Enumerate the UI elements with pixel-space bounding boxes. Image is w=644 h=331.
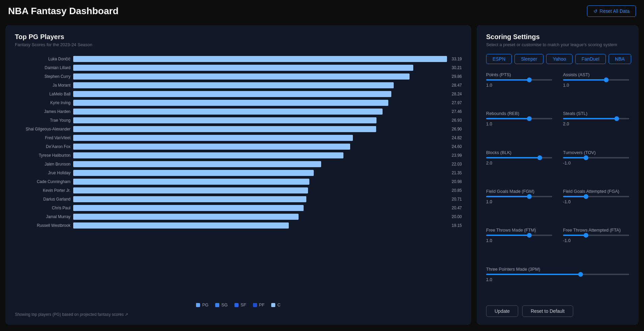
bar-value: 20.98 — [452, 179, 462, 184]
bar-value: 20.47 — [452, 206, 462, 210]
bar-fill — [73, 65, 413, 71]
bar-value: 27.46 — [452, 109, 462, 114]
preset-button-fanduel[interactable]: FanDuel — [575, 54, 606, 64]
setting-value-tov: -1.0 — [563, 160, 629, 166]
bar-container — [73, 144, 447, 150]
reset-icon: ↺ — [593, 8, 597, 14]
bar-container — [73, 152, 447, 158]
bar-value: 23.99 — [452, 153, 462, 158]
bar-value: 24.82 — [452, 136, 462, 140]
setting-item-fgm: Field Goals Made (FGM)1.0 — [486, 189, 552, 221]
bar-container — [73, 187, 447, 193]
table-row: Chris Paul20.47 — [15, 204, 462, 212]
bar-container — [73, 56, 447, 62]
setting-item-tov: Turnovers (TOV)-1.0 — [563, 150, 629, 182]
bar-value: 20.85 — [452, 188, 462, 193]
legend-label: PF — [259, 302, 265, 307]
bar-container — [73, 222, 447, 229]
table-row: Trae Young26.93 — [15, 117, 462, 124]
table-row: Darius Garland20.71 — [15, 195, 462, 203]
slider-fgm[interactable] — [486, 196, 552, 197]
legend-dot — [253, 303, 257, 307]
slider-tov[interactable] — [563, 157, 629, 158]
scoring-subtitle: Select a preset or customise to match yo… — [486, 42, 629, 47]
legend-item: PF — [253, 302, 265, 307]
player-name: Jalen Brunson — [15, 162, 71, 167]
legend-item: PG — [196, 302, 208, 307]
bar-fill — [73, 161, 321, 167]
reset-all-button[interactable]: ↺ Reset All Data — [587, 5, 636, 17]
table-row: Fred VanVleet24.82 — [15, 134, 462, 142]
slider-fga[interactable] — [563, 196, 629, 197]
bar-container — [73, 82, 447, 88]
preset-button-sleeper[interactable]: Sleeper — [514, 54, 543, 64]
setting-label-ast: Assists (AST) — [563, 72, 629, 77]
setting-value-stl: 2.0 — [563, 121, 629, 126]
bar-fill — [73, 73, 410, 80]
bar-fill — [73, 222, 289, 229]
setting-item-fta: Free Throws Attempted (FTA)-1.0 — [563, 228, 629, 260]
slider-reb[interactable] — [486, 118, 552, 119]
bar-value: 19.15 — [452, 223, 462, 228]
bar-container — [73, 214, 447, 220]
bar-fill — [73, 179, 309, 185]
player-name: Tyrese Haliburton — [15, 153, 71, 158]
table-row: LaMelo Ball28.24 — [15, 90, 462, 98]
player-name: Darius Garland — [15, 197, 71, 202]
settings-grid: Points (PTS)1.0Assists (AST)1.0Rebounds … — [486, 72, 629, 299]
bar-container — [73, 91, 447, 97]
bar-container — [73, 170, 447, 176]
reset-all-label: Reset All Data — [599, 8, 629, 14]
bar-value: 28.24 — [452, 92, 462, 96]
slider-ftm[interactable] — [486, 235, 552, 236]
slider-fta[interactable] — [563, 235, 629, 236]
update-button[interactable]: Update — [486, 305, 518, 317]
bar-fill — [73, 187, 308, 193]
setting-item-blk: Blocks (BLK)2.0 — [486, 150, 552, 182]
player-name: Jamal Murray — [15, 214, 71, 219]
bar-fill — [73, 82, 394, 88]
left-panel-subtitle: Fantasy Scores for the 2023-24 Season — [15, 42, 462, 47]
preset-buttons: ESPNSleeperYahooFanDuelNBA — [486, 54, 629, 64]
reset-default-button[interactable]: Reset to Default — [522, 305, 573, 317]
player-name: Cade Cunningham — [15, 179, 71, 184]
legend-item: SF — [234, 302, 246, 307]
chart-area: Luka Dončić33.19Damian Lillard30.21Steph… — [15, 55, 462, 297]
slider-3pm[interactable] — [486, 274, 629, 275]
slider-ast[interactable] — [563, 79, 629, 81]
preset-button-yahoo[interactable]: Yahoo — [546, 54, 572, 64]
setting-item-stl: Steals (STL)2.0 — [563, 111, 629, 143]
setting-label-tov: Turnovers (TOV) — [563, 150, 629, 155]
setting-value-ftm: 1.0 — [486, 238, 552, 243]
setting-value-ast: 1.0 — [563, 83, 629, 88]
table-row: Cade Cunningham20.98 — [15, 178, 462, 185]
bar-fill — [73, 135, 353, 141]
slider-blk[interactable] — [486, 157, 552, 158]
action-buttons: Update Reset to Default — [486, 305, 629, 317]
setting-label-fgm: Field Goals Made (FGM) — [486, 189, 552, 194]
bar-value: 26.93 — [452, 118, 462, 123]
player-name: Stephen Curry — [15, 74, 71, 79]
player-name: James Harden — [15, 109, 71, 114]
player-name: Luka Dončić — [15, 57, 71, 61]
bar-container — [73, 135, 447, 141]
bar-value: 22.03 — [452, 162, 462, 167]
slider-stl[interactable] — [563, 118, 629, 119]
preset-button-espn[interactable]: ESPN — [486, 54, 512, 64]
slider-pts[interactable] — [486, 79, 552, 81]
setting-label-stl: Steals (STL) — [563, 111, 629, 116]
legend: PGSGSFPFC — [15, 302, 462, 309]
right-panel: Scoring Settings Select a preset or cust… — [477, 25, 639, 325]
bar-value: 30.21 — [452, 65, 462, 70]
table-row: De'Aaron Fox24.60 — [15, 143, 462, 150]
bar-value: 33.19 — [452, 57, 462, 61]
table-row: Jalen Brunson22.03 — [15, 160, 462, 168]
main-content: Top PG Players Fantasy Scores for the 20… — [0, 22, 644, 330]
legend-dot — [271, 303, 275, 307]
setting-value-blk: 2.0 — [486, 160, 552, 166]
setting-value-fgm: 1.0 — [486, 199, 552, 204]
table-row: Jamal Murray20.00 — [15, 213, 462, 220]
preset-button-nba[interactable]: NBA — [609, 54, 631, 64]
bar-value: 20.00 — [452, 214, 462, 219]
bar-fill — [73, 117, 376, 123]
